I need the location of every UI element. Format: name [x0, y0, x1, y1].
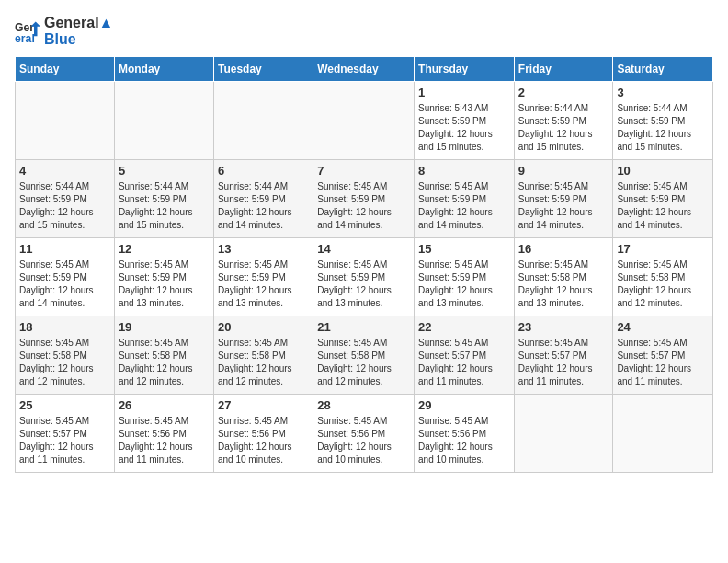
day-info: Sunrise: 5:45 AMSunset: 5:56 PMDaylight:… [218, 415, 309, 466]
day-number: 1 [418, 86, 510, 99]
day-info: Sunrise: 5:43 AMSunset: 5:59 PMDaylight:… [418, 102, 510, 154]
calendar-cell: 1Sunrise: 5:43 AMSunset: 5:59 PMDaylight… [415, 82, 515, 160]
logo-icon: Gen eral [15, 18, 40, 44]
logo-line2: Blue [44, 31, 113, 48]
calendar-cell: 10Sunrise: 5:45 AMSunset: 5:59 PMDayligh… [613, 160, 713, 238]
calendar-cell: 7Sunrise: 5:45 AMSunset: 5:59 PMDaylight… [313, 160, 415, 238]
calendar-cell [313, 82, 415, 160]
calendar-cell: 14Sunrise: 5:45 AMSunset: 5:59 PMDayligh… [313, 238, 415, 316]
weekday-header-wednesday: Wednesday [313, 57, 415, 82]
day-info: Sunrise: 5:44 AMSunset: 5:59 PMDaylight:… [518, 102, 609, 154]
day-number: 24 [617, 320, 709, 334]
svg-text:eral: eral [15, 32, 35, 44]
day-number: 9 [518, 164, 609, 178]
day-info: Sunrise: 5:44 AMSunset: 5:59 PMDaylight:… [218, 180, 309, 232]
calendar-cell: 6Sunrise: 5:44 AMSunset: 5:59 PMDaylight… [213, 160, 313, 238]
calendar-cell: 29Sunrise: 5:45 AMSunset: 5:56 PMDayligh… [415, 395, 515, 473]
day-number: 4 [19, 164, 110, 178]
day-number: 5 [119, 164, 210, 178]
day-info: Sunrise: 5:45 AMSunset: 5:58 PMDaylight:… [317, 337, 410, 388]
day-number: 6 [218, 164, 309, 178]
day-info: Sunrise: 5:44 AMSunset: 5:59 PMDaylight:… [119, 180, 210, 232]
calendar-cell: 5Sunrise: 5:44 AMSunset: 5:59 PMDaylight… [114, 160, 213, 238]
day-number: 28 [317, 398, 410, 412]
day-number: 27 [218, 398, 309, 412]
calendar-week-row: 4Sunrise: 5:44 AMSunset: 5:59 PMDaylight… [16, 160, 713, 238]
day-info: Sunrise: 5:45 AMSunset: 5:58 PMDaylight:… [218, 337, 309, 388]
calendar-cell [16, 82, 115, 160]
calendar-cell: 15Sunrise: 5:45 AMSunset: 5:59 PMDayligh… [415, 238, 515, 316]
day-info: Sunrise: 5:45 AMSunset: 5:57 PMDaylight:… [19, 415, 110, 466]
calendar-cell: 18Sunrise: 5:45 AMSunset: 5:58 PMDayligh… [16, 316, 115, 395]
day-info: Sunrise: 5:45 AMSunset: 5:56 PMDaylight:… [317, 415, 410, 466]
day-number: 29 [418, 398, 510, 412]
calendar-cell: 20Sunrise: 5:45 AMSunset: 5:58 PMDayligh… [213, 316, 313, 395]
day-info: Sunrise: 5:45 AMSunset: 5:59 PMDaylight:… [317, 180, 410, 232]
calendar-cell: 9Sunrise: 5:45 AMSunset: 5:59 PMDaylight… [514, 160, 613, 238]
day-number: 10 [617, 164, 709, 178]
calendar-cell: 28Sunrise: 5:45 AMSunset: 5:56 PMDayligh… [313, 395, 415, 473]
day-info: Sunrise: 5:45 AMSunset: 5:58 PMDaylight:… [617, 259, 709, 310]
weekday-header-thursday: Thursday [415, 57, 515, 82]
calendar-cell: 13Sunrise: 5:45 AMSunset: 5:59 PMDayligh… [213, 238, 313, 316]
calendar-cell: 23Sunrise: 5:45 AMSunset: 5:57 PMDayligh… [514, 316, 613, 395]
day-info: Sunrise: 5:45 AMSunset: 5:59 PMDaylight:… [418, 180, 510, 232]
day-info: Sunrise: 5:45 AMSunset: 5:56 PMDaylight:… [119, 415, 210, 466]
calendar-cell: 22Sunrise: 5:45 AMSunset: 5:57 PMDayligh… [415, 316, 515, 395]
day-info: Sunrise: 5:45 AMSunset: 5:59 PMDaylight:… [218, 259, 309, 310]
day-number: 25 [19, 398, 110, 412]
calendar-cell [514, 395, 613, 473]
day-number: 3 [617, 86, 709, 99]
calendar-cell: 4Sunrise: 5:44 AMSunset: 5:59 PMDaylight… [16, 160, 115, 238]
day-number: 18 [19, 320, 110, 334]
day-number: 2 [518, 86, 609, 99]
day-info: Sunrise: 5:44 AMSunset: 5:59 PMDaylight:… [19, 180, 110, 232]
weekday-header-sunday: Sunday [16, 57, 115, 82]
day-number: 16 [518, 242, 609, 256]
day-info: Sunrise: 5:45 AMSunset: 5:56 PMDaylight:… [418, 415, 510, 466]
calendar-cell: 8Sunrise: 5:45 AMSunset: 5:59 PMDaylight… [415, 160, 515, 238]
day-info: Sunrise: 5:45 AMSunset: 5:57 PMDaylight:… [418, 337, 510, 388]
day-number: 19 [119, 320, 210, 334]
calendar-cell: 24Sunrise: 5:45 AMSunset: 5:57 PMDayligh… [613, 316, 713, 395]
calendar-week-row: 11Sunrise: 5:45 AMSunset: 5:59 PMDayligh… [16, 238, 713, 316]
day-number: 20 [218, 320, 309, 334]
weekday-header-monday: Monday [114, 57, 213, 82]
day-number: 21 [317, 320, 410, 334]
day-number: 14 [317, 242, 410, 256]
calendar-cell: 11Sunrise: 5:45 AMSunset: 5:59 PMDayligh… [16, 238, 115, 316]
calendar-cell: 12Sunrise: 5:45 AMSunset: 5:59 PMDayligh… [114, 238, 213, 316]
day-number: 26 [119, 398, 210, 412]
calendar-cell: 16Sunrise: 5:45 AMSunset: 5:58 PMDayligh… [514, 238, 613, 316]
weekday-header-saturday: Saturday [613, 57, 713, 82]
day-number: 12 [119, 242, 210, 256]
day-number: 8 [418, 164, 510, 178]
calendar-cell: 21Sunrise: 5:45 AMSunset: 5:58 PMDayligh… [313, 316, 415, 395]
calendar-cell: 3Sunrise: 5:44 AMSunset: 5:59 PMDaylight… [613, 82, 713, 160]
day-number: 13 [218, 242, 309, 256]
calendar-cell: 17Sunrise: 5:45 AMSunset: 5:58 PMDayligh… [613, 238, 713, 316]
day-info: Sunrise: 5:45 AMSunset: 5:59 PMDaylight:… [418, 259, 510, 310]
day-info: Sunrise: 5:45 AMSunset: 5:58 PMDaylight:… [119, 337, 210, 388]
day-number: 7 [317, 164, 410, 178]
calendar-cell [613, 395, 713, 473]
calendar-week-row: 18Sunrise: 5:45 AMSunset: 5:58 PMDayligh… [16, 316, 713, 395]
day-number: 23 [518, 320, 609, 334]
calendar-table: SundayMondayTuesdayWednesdayThursdayFrid… [15, 56, 713, 473]
day-info: Sunrise: 5:45 AMSunset: 5:59 PMDaylight:… [19, 259, 110, 310]
day-info: Sunrise: 5:45 AMSunset: 5:57 PMDaylight:… [617, 337, 709, 388]
calendar-cell: 26Sunrise: 5:45 AMSunset: 5:56 PMDayligh… [114, 395, 213, 473]
logo-line1: General▲ [44, 15, 113, 31]
day-number: 11 [19, 242, 110, 256]
calendar-cell [213, 82, 313, 160]
day-info: Sunrise: 5:45 AMSunset: 5:57 PMDaylight:… [518, 337, 609, 388]
weekday-header-row: SundayMondayTuesdayWednesdayThursdayFrid… [16, 57, 713, 82]
calendar-week-row: 1Sunrise: 5:43 AMSunset: 5:59 PMDaylight… [16, 82, 713, 160]
day-info: Sunrise: 5:45 AMSunset: 5:59 PMDaylight:… [617, 180, 709, 232]
calendar-cell: 19Sunrise: 5:45 AMSunset: 5:58 PMDayligh… [114, 316, 213, 395]
day-info: Sunrise: 5:45 AMSunset: 5:58 PMDaylight:… [518, 259, 609, 310]
calendar-cell [114, 82, 213, 160]
day-info: Sunrise: 5:45 AMSunset: 5:58 PMDaylight:… [19, 337, 110, 388]
day-info: Sunrise: 5:45 AMSunset: 5:59 PMDaylight:… [518, 180, 609, 232]
page-header: Gen eral General▲ Blue [15, 15, 713, 47]
